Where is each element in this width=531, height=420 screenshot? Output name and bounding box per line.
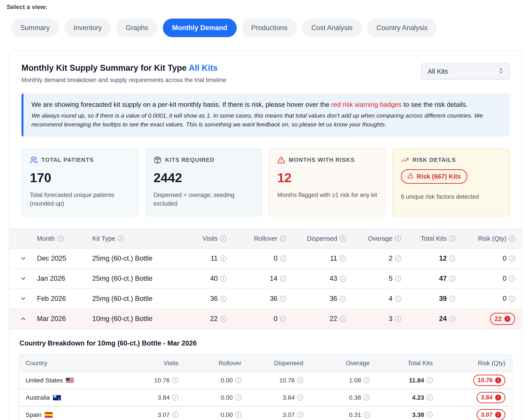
- info-icon[interactable]: [235, 395, 241, 401]
- info-icon[interactable]: [220, 316, 226, 322]
- info-icon[interactable]: [395, 276, 401, 282]
- info-icon: [495, 395, 501, 401]
- info-icon[interactable]: [297, 412, 303, 418]
- tab-summary[interactable]: Summary: [11, 19, 59, 37]
- info-icon[interactable]: [340, 236, 346, 242]
- info-icon[interactable]: [449, 236, 455, 242]
- risk-warning-badge[interactable]: 10.76: [473, 375, 505, 386]
- info-icon[interactable]: [340, 276, 346, 282]
- stat-desc: 6 unique risk factors detected: [401, 193, 501, 201]
- kit-type-cell: 25mg (60-ct.) Bottle: [92, 274, 173, 283]
- col-header-dispensed: Dispensed: [241, 360, 303, 367]
- info-icon[interactable]: [395, 316, 401, 322]
- risk-warning-badge[interactable]: 22: [490, 313, 515, 325]
- stat-card-months-with-risks: MONTHS WITH RISKS 12 Months flagged with…: [269, 148, 386, 216]
- info-icon[interactable]: [280, 236, 286, 242]
- table-row-jan-2026[interactable]: Jan 2026 25mg (60-ct.) Bottle 40 14 43 5…: [9, 269, 522, 289]
- info-icon[interactable]: [364, 395, 370, 401]
- total-kits-value: 24: [439, 315, 447, 323]
- stat-card-kits-required: KITS REQUIRED 2442 Dispensed + overage; …: [145, 148, 262, 216]
- info-icon[interactable]: [172, 395, 178, 401]
- overage-value: 3: [389, 315, 392, 323]
- info-icon[interactable]: [235, 377, 241, 383]
- info-icon[interactable]: [340, 296, 346, 302]
- tab-graphs[interactable]: Graphs: [116, 19, 157, 37]
- info-icon[interactable]: [297, 377, 303, 383]
- risk-warning-badge[interactable]: 3.84: [477, 392, 505, 403]
- risk-value: 0: [503, 274, 506, 283]
- info-icon[interactable]: [427, 395, 433, 401]
- info-icon[interactable]: [340, 316, 346, 322]
- info-icon[interactable]: [280, 255, 286, 261]
- dispensed-value: 36: [330, 295, 337, 303]
- info-icon[interactable]: [280, 316, 286, 322]
- tab-cost-analysis[interactable]: Cost Analysis: [302, 19, 362, 37]
- info-icon: [495, 377, 501, 383]
- tab-monthly-demand[interactable]: Monthly Demand: [163, 19, 237, 37]
- info-icon[interactable]: [220, 255, 226, 261]
- info-icon[interactable]: [509, 296, 515, 302]
- col-header-rollover: Rollover: [178, 360, 241, 367]
- col-header-visits: Visits: [116, 360, 178, 367]
- info-icon[interactable]: [427, 412, 433, 418]
- info-icon[interactable]: [220, 276, 226, 282]
- country-table-header: Country Visits Rollover Dispensed Overag…: [19, 355, 512, 372]
- info-icon[interactable]: [235, 412, 241, 418]
- country-breakdown-table: Country Visits Rollover Dispensed Overag…: [19, 354, 512, 420]
- total-kits-value: 12: [439, 255, 447, 262]
- table-row-feb-2026[interactable]: Feb 2026 25mg (60-ct.) Bottle 36 36 36 4…: [9, 289, 522, 309]
- info-icon[interactable]: [449, 255, 455, 261]
- trending-up-icon: [401, 156, 409, 164]
- info-icon: [495, 412, 501, 418]
- chevron-up-icon[interactable]: [9, 315, 37, 322]
- kit-type-select[interactable]: All Kits: [421, 63, 510, 80]
- info-icon[interactable]: [395, 236, 401, 242]
- stat-value-kits-required: 2442: [154, 170, 254, 185]
- info-icon[interactable]: [509, 236, 515, 242]
- info-icon[interactable]: [280, 276, 286, 282]
- country-name: United States: [26, 377, 63, 384]
- info-icon[interactable]: [58, 236, 63, 242]
- info-icon[interactable]: [395, 296, 401, 302]
- info-icon[interactable]: [340, 255, 346, 261]
- info-icon[interactable]: [280, 296, 286, 302]
- country-breakdown-section: Country Breakdown for 10mg (60-ct.) Bott…: [9, 339, 522, 420]
- info-icon[interactable]: [297, 395, 303, 401]
- info-icon[interactable]: [364, 412, 370, 418]
- info-icon[interactable]: [220, 236, 226, 242]
- table-row-dec-2025[interactable]: Dec 2025 25mg (60-ct.) Bottle 11 0 11 2 …: [9, 249, 522, 269]
- info-icon[interactable]: [449, 276, 455, 282]
- stat-desc: Dispensed + overage; seeding excluded: [154, 191, 254, 208]
- info-icon[interactable]: [449, 296, 455, 302]
- rollover-value: 0: [274, 255, 278, 262]
- info-icon[interactable]: [509, 255, 515, 261]
- risk-warning-badge[interactable]: 3.07: [477, 409, 505, 420]
- risk-kits-badge[interactable]: Risk (667) Kits: [401, 169, 467, 184]
- risk-value: 0: [503, 295, 506, 303]
- tab-productions[interactable]: Productions: [242, 19, 297, 37]
- info-icon[interactable]: [364, 377, 370, 383]
- chevron-down-icon[interactable]: [9, 295, 37, 302]
- table-row-mar-2026[interactable]: Mar 2026 10mg (60-ct.) Bottle 22 0 22 3 …: [9, 309, 522, 329]
- info-icon[interactable]: [427, 377, 433, 383]
- month-cell: Jan 2026: [37, 274, 92, 283]
- info-icon[interactable]: [172, 412, 178, 418]
- demand-table-header: Month Kit Type Visits Rollover Dispensed…: [9, 229, 522, 249]
- info-icon[interactable]: [172, 377, 178, 383]
- kit-type-select-value: All Kits: [428, 68, 448, 75]
- chevron-down-icon[interactable]: [9, 255, 37, 262]
- visits-value: 11: [211, 255, 218, 262]
- chevron-down-icon[interactable]: [9, 275, 37, 282]
- tab-inventory[interactable]: Inventory: [64, 19, 111, 37]
- col-header-total-kits: Total Kits: [421, 235, 447, 242]
- total-kits-value: 39: [439, 295, 447, 303]
- users-icon: [30, 156, 38, 164]
- rollover-value: 0.00: [221, 411, 233, 419]
- info-icon[interactable]: [395, 255, 401, 261]
- info-icon[interactable]: [220, 296, 226, 302]
- country-row-spain: Spain 3.07 0.00 3.07 0.31 3.38 3.07: [19, 406, 512, 420]
- info-icon[interactable]: [449, 316, 455, 322]
- info-icon[interactable]: [509, 276, 515, 282]
- info-icon[interactable]: [118, 236, 124, 242]
- tab-country-analysis[interactable]: Country Analysis: [367, 19, 437, 37]
